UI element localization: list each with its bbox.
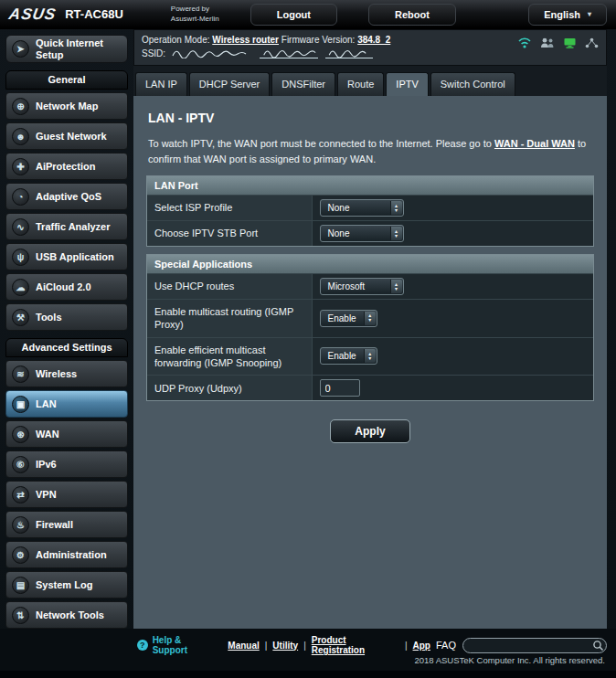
faq-label: FAQ [436, 640, 456, 651]
network-tools-icon: ⇅ [12, 607, 29, 624]
aicloud-icon: ☁ [12, 279, 29, 296]
stepper-icon: ▴▾ [364, 349, 376, 363]
sidebar-item-wireless[interactable]: ≋ Wireless [5, 360, 128, 387]
clients-icon[interactable] [540, 37, 555, 48]
row-label: Enable efficient multicast forwarding (I… [147, 338, 313, 376]
footer: ? Help & Support Manual | Utility | Prod… [0, 629, 616, 671]
isp-profile-select[interactable]: None ▴▾ [320, 199, 404, 217]
tab-dnsfilter[interactable]: DNSFilter [271, 72, 335, 96]
network-map-icon: ⊕ [12, 98, 29, 115]
sidebar-item-wan[interactable]: ⊛ WAN [5, 420, 128, 448]
help-icon: ? [137, 640, 148, 651]
row-label: Enable multicast routing (IGMP Proxy) [147, 300, 313, 337]
stepper-icon: ▴▾ [364, 312, 376, 325]
table-section-header: Special Applications [147, 255, 593, 274]
apply-button[interactable]: Apply [330, 419, 409, 443]
igmp-proxy-select[interactable]: Enable ▴▾ [320, 310, 377, 327]
tab-dhcp-server[interactable]: DHCP Server [189, 72, 270, 96]
ssid-redacted-scribble [325, 48, 373, 58]
router-admin-page: ASUS RT-AC68U Powered by Asuswrt-Merlin … [0, 0, 616, 678]
firmware-version-link[interactable]: 384.8_2 [357, 35, 390, 45]
row-label: UDP Proxy (Udpxy) [147, 376, 313, 400]
powered-by-block: Powered by Asuswrt-Merlin [136, 3, 219, 26]
network-nodes-icon[interactable] [585, 37, 599, 48]
product-registration-link[interactable]: Product Registration [312, 635, 399, 655]
sidebar-item-usb-application[interactable]: ψ USB Application [5, 243, 128, 270]
tab-bar: LAN IP DHCP Server DNSFilter Route IPTV … [133, 66, 607, 96]
vpn-icon: ⇄ [12, 486, 29, 503]
igmp-snooping-select[interactable]: Enable ▴▾ [320, 347, 377, 365]
firmware-version-label: Firmware Version: [281, 35, 356, 45]
sidebar-item-network-map[interactable]: ⊕ Network Map [5, 92, 128, 120]
table-row: Use DHCP routes Microsoft ▴▾ [147, 274, 593, 300]
app-link[interactable]: App [413, 641, 430, 651]
ssid-redacted-scribble [171, 48, 251, 58]
quick-internet-setup-button[interactable]: ➤ Quick Internet Setup [5, 35, 128, 63]
wireless-icon: ≋ [12, 365, 29, 383]
sidebar-item-firewall[interactable]: ♨ Firewall [5, 511, 128, 538]
lan-icon: ▣ [12, 396, 29, 413]
sidebar-item-ipv6[interactable]: ⑥ IPv6 [5, 450, 128, 478]
operation-mode-link[interactable]: Wireless router [212, 35, 279, 45]
help-support-link[interactable]: ? Help & Support [137, 635, 217, 655]
faq-search-input[interactable] [462, 638, 607, 653]
main-area: Operation Mode: Wireless router Firmware… [133, 29, 607, 629]
tab-iptv[interactable]: IPTV [386, 72, 428, 96]
firmware-brand: Asuswrt-Merlin [171, 15, 219, 23]
operation-mode-label: Operation Mode: [142, 35, 210, 45]
tab-switch-control[interactable]: Switch Control [430, 72, 515, 96]
guest-network-icon: ☻ [12, 128, 29, 145]
aiprotection-icon: ✚ [12, 158, 29, 175]
sidebar-item-aicloud[interactable]: ☁ AiCloud 2.0 [5, 273, 128, 301]
traffic-analyzer-icon: ∿ [12, 218, 29, 236]
sidebar-item-administration[interactable]: ⚙ Administration [5, 541, 128, 568]
sidebar-item-guest-network[interactable]: ☻ Guest Network [5, 122, 128, 150]
page-description: To watch IPTV, the WAN port must be conn… [148, 136, 592, 166]
udp-proxy-input[interactable] [320, 379, 360, 397]
content-panel: LAN - IPTV To watch IPTV, the WAN port m… [133, 96, 607, 629]
sidebar-item-adaptive-qos[interactable]: ◔ Adaptive QoS [5, 183, 128, 210]
utility-link[interactable]: Utility [272, 641, 298, 651]
reboot-button[interactable]: Reboot [368, 4, 456, 26]
sidebar-item-tools[interactable]: ⚒ Tools [5, 303, 128, 331]
logout-button[interactable]: Logout [250, 4, 337, 26]
iptv-stb-port-select[interactable]: None ▴▾ [320, 225, 404, 242]
wan-dual-wan-link[interactable]: WAN - Dual WAN [494, 138, 575, 149]
wan-icon: ⊛ [12, 426, 29, 443]
table-row: UDP Proxy (Udpxy) [147, 376, 593, 400]
adaptive-qos-icon: ◔ [12, 188, 29, 206]
sidebar-item-system-log[interactable]: ▤ System Log [5, 571, 128, 599]
status-icons [517, 37, 599, 48]
faq-search-button[interactable] [591, 639, 605, 655]
dhcp-routes-select[interactable]: Microsoft ▴▾ [320, 278, 404, 295]
sidebar-item-lan[interactable]: ▣ LAN [5, 390, 128, 418]
page-title: LAN - IPTV [148, 111, 594, 125]
system-log-icon: ▤ [12, 577, 29, 594]
copyright: 2018 ASUSTeK Computer Inc. All rights re… [414, 655, 605, 665]
tab-route[interactable]: Route [337, 72, 384, 96]
stepper-icon: ▴▾ [390, 280, 402, 293]
sidebar-item-aiprotection[interactable]: ✚ AiProtection [5, 153, 128, 180]
language-selector[interactable]: English ▾ [528, 4, 607, 26]
powered-by-label: Powered by [171, 5, 209, 13]
router-model: RT-AC68U [65, 7, 123, 21]
sidebar: ➤ Quick Internet Setup General ⊕ Network… [4, 29, 130, 629]
special-applications-table: Special Applications Use DHCP routes Mic… [146, 254, 594, 401]
status-infobar: Operation Mode: Wireless router Firmware… [133, 29, 607, 66]
sidebar-item-network-tools[interactable]: ⇅ Network Tools [5, 601, 128, 629]
manual-link[interactable]: Manual [228, 641, 259, 651]
bottom-strip [0, 671, 616, 678]
wifi-status-icon[interactable] [517, 37, 532, 48]
sidebar-section-general: General [5, 70, 128, 90]
usb-status-icon[interactable] [563, 37, 577, 48]
quick-setup-label: Quick Internet Setup [36, 37, 122, 59]
sidebar-item-vpn[interactable]: ⇄ VPN [5, 481, 128, 508]
sidebar-item-traffic-analyzer[interactable]: ∿ Traffic Analyzer [5, 213, 128, 240]
row-label: Select ISP Profile [147, 196, 313, 220]
table-row: Choose IPTV STB Port None ▴▾ [147, 221, 593, 246]
tab-lan-ip[interactable]: LAN IP [135, 72, 187, 96]
quick-setup-icon: ➤ [12, 40, 29, 58]
body-layout: ➤ Quick Internet Setup General ⊕ Network… [0, 29, 616, 629]
table-row: Select ISP Profile None ▴▾ [147, 196, 593, 221]
asus-logo: ASUS [7, 5, 58, 24]
